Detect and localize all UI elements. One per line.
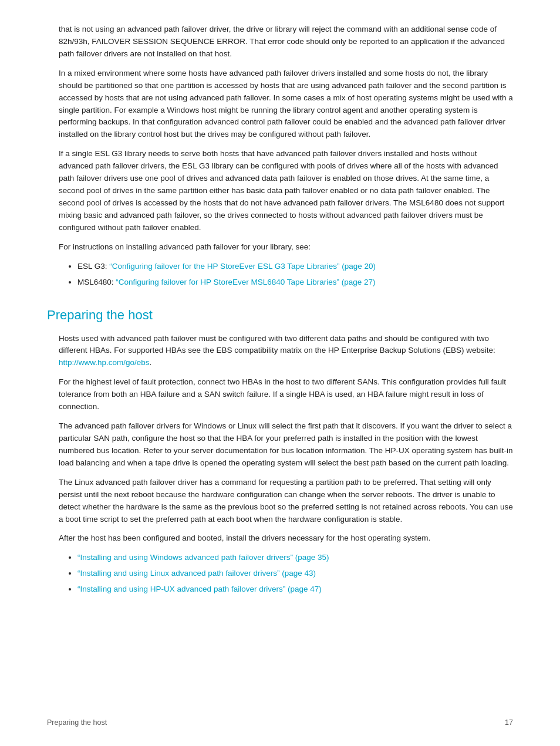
section-p1-text-after: .	[150, 358, 152, 367]
section-p1-text-before: Hosts used with advanced path failover m…	[59, 334, 495, 355]
section-heading-preparing-host: Preparing the host	[47, 305, 513, 325]
paragraph-1: that is not using an advanced path failo…	[59, 23, 513, 60]
list-item: MSL6480: “Configuring failover for HP St…	[77, 276, 513, 289]
bullet-list-2: “Installing and using Windows advanced p…	[77, 552, 513, 596]
list-item: “Installing and using Windows advanced p…	[77, 552, 513, 564]
linux-drivers-link[interactable]: “Installing and using Linux advanced pat…	[77, 569, 316, 578]
section-paragraph-1: Hosts used with advanced path failover m…	[59, 333, 513, 370]
paragraph-2: In a mixed environment where some hosts …	[59, 67, 513, 141]
paragraph-3: If a single ESL G3 library needs to serv…	[59, 148, 513, 234]
msl6480-link[interactable]: “Configuring failover for HP StoreEver M…	[116, 278, 375, 286]
bullet-prefix-1: ESL G3:	[77, 262, 109, 271]
section-paragraph-4: The Linux advanced path failover driver …	[59, 477, 513, 526]
hp-ebs-link[interactable]: http://www.hp.com/go/ebs	[59, 358, 150, 367]
windows-drivers-link[interactable]: “Installing and using Windows advanced p…	[77, 553, 329, 562]
section-paragraph-5: After the host has been configured and b…	[59, 532, 513, 545]
section-paragraph-2: For the highest level of fault protectio…	[59, 376, 513, 413]
section-paragraph-3: The advanced path failover drivers for W…	[59, 420, 513, 470]
paragraph-4: For instructions on installing advanced …	[59, 241, 513, 254]
esl-g3-link[interactable]: “Configuring failover for the HP StoreEv…	[109, 262, 376, 271]
list-item: “Installing and using Linux advanced pat…	[77, 568, 513, 580]
footer-right: 17	[0, 717, 560, 728]
hpux-drivers-link[interactable]: “Installing and using HP-UX advanced pat…	[77, 585, 322, 593]
bullet-prefix-2: MSL6480:	[77, 278, 116, 286]
list-item: “Installing and using HP-UX advanced pat…	[77, 583, 513, 596]
bullet-list-1: ESL G3: “Configuring failover for the HP…	[77, 261, 513, 289]
list-item: ESL G3: “Configuring failover for the HP…	[77, 261, 513, 273]
page: that is not using an advanced path failo…	[0, 0, 560, 746]
